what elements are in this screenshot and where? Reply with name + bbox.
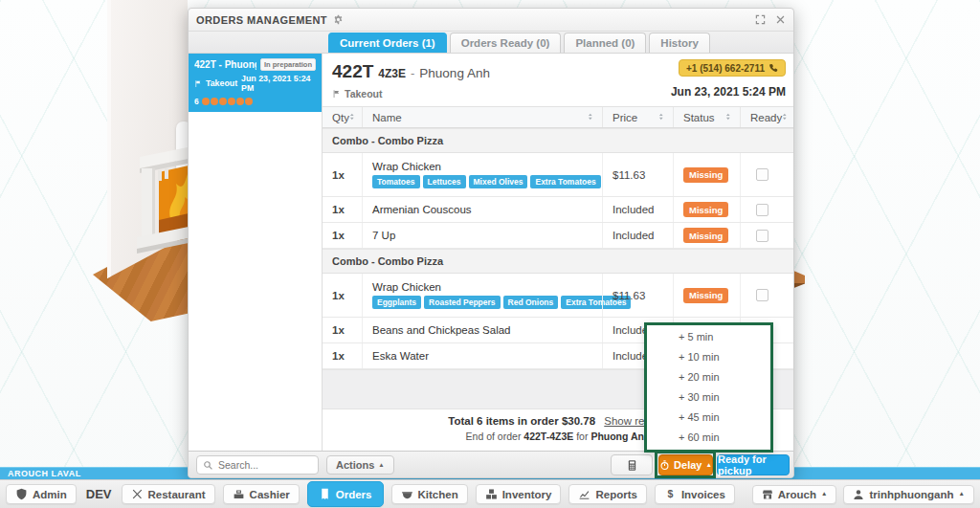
- progress-dot: [245, 98, 253, 105]
- delay-option-30-min[interactable]: + 30 min: [647, 387, 770, 408]
- window-titlebar: ORDERS MANAGEMENT: [189, 9, 793, 32]
- ready-checkbox[interactable]: [756, 168, 768, 181]
- delay-label: Delay: [674, 459, 702, 471]
- for-word: for: [576, 431, 588, 442]
- column-header-price[interactable]: Price: [602, 107, 673, 127]
- ingredient-tag: Extra Tomatoes: [530, 175, 600, 188]
- taskbar-user-area: Arouch▲trinhphuonganh▲: [752, 485, 974, 504]
- takeout-flag-icon: [194, 79, 202, 88]
- order-list-panel: 422T - Phuong ... In preparation Takeout…: [189, 54, 323, 451]
- item-name: Beans and Chickpeas Salad: [372, 324, 594, 336]
- taskbar-item-label: Inventory: [502, 489, 552, 500]
- user-icon: [853, 489, 864, 500]
- item-tags: TomatoesLettucesMixed OlivesExtra Tomato…: [372, 175, 594, 188]
- table-row: 1xArmenian CouscousIncludedMissing: [323, 197, 793, 223]
- window-footer: Actions ▲ Delay ▲ Ready for pickup: [189, 451, 793, 477]
- expand-icon[interactable]: [755, 14, 766, 25]
- column-label: Name: [372, 112, 402, 123]
- ready-checkbox[interactable]: [756, 289, 768, 301]
- taskbar-item-trinhphuonganh[interactable]: trinhphuonganh▲: [843, 485, 974, 504]
- order-ref: 4Z3E: [378, 67, 406, 80]
- ingredient-tag: Mixed Olives: [469, 175, 528, 188]
- delay-option-10-min[interactable]: + 10 min: [647, 347, 770, 367]
- sort-icon[interactable]: [725, 113, 734, 121]
- column-header-ready[interactable]: Ready: [740, 107, 793, 127]
- progress-dot: [236, 98, 244, 105]
- close-icon[interactable]: [775, 14, 786, 25]
- store-icon: [762, 489, 773, 500]
- order-item-count: 6: [194, 97, 199, 106]
- table-header-row: QtyNamePriceStatusReady: [323, 107, 793, 128]
- taskbar-item-label: Admin: [33, 489, 67, 500]
- column-header-status[interactable]: Status: [673, 107, 740, 127]
- taskbar-item-inventory[interactable]: Inventory: [476, 484, 562, 504]
- qty-cell: 1x: [323, 318, 362, 342]
- settings-gear-icon[interactable]: [333, 14, 344, 25]
- taskbar-item-orders[interactable]: Orders: [307, 481, 384, 507]
- tab-orders-ready-0[interactable]: Orders Ready (0): [450, 33, 562, 53]
- taskbar-apps: AdminDEVRestaurantCashierOrdersKitchenIn…: [6, 481, 735, 507]
- order-progress-dots: [201, 98, 253, 105]
- phone-number: +1 (514) 662-2711: [686, 63, 765, 74]
- column-header-qty[interactable]: Qty: [323, 107, 362, 127]
- receipt-icon: [319, 488, 331, 500]
- qty-cell: 1x: [323, 197, 362, 222]
- delay-option-20-min[interactable]: + 20 min: [647, 367, 770, 387]
- tab-history[interactable]: History: [649, 33, 710, 53]
- order-list-item[interactable]: 422T - Phuong ... In preparation Takeout…: [189, 54, 322, 112]
- chart-icon: [578, 488, 590, 500]
- name-cell: Eska Water: [362, 343, 602, 368]
- ready-cell: [740, 153, 793, 196]
- utensils-icon: [131, 488, 144, 500]
- delay-option-60-min[interactable]: + 60 min: [647, 428, 770, 448]
- table-row: 1x7 UpIncludedMissing: [323, 223, 793, 249]
- end-customer-name: Phuong Anh: [590, 431, 650, 442]
- price-cell: $11.63: [602, 274, 673, 317]
- ready-cell: [740, 197, 793, 222]
- calculator-button[interactable]: [611, 454, 653, 475]
- tab-planned-0[interactable]: Planned (0): [564, 33, 646, 53]
- calculator-icon: [626, 459, 638, 472]
- taskbar-item-dev[interactable]: DEV: [84, 484, 114, 504]
- progress-dot: [202, 98, 210, 105]
- tab-current-orders-1[interactable]: Current Orders (1): [328, 33, 447, 53]
- column-header-name[interactable]: Name: [362, 107, 602, 127]
- total-amount: $30.78: [562, 415, 595, 427]
- taskbar-item-invoices[interactable]: $Invoices: [655, 484, 735, 504]
- search-input[interactable]: [218, 459, 312, 471]
- ready-for-pickup-button[interactable]: Ready for pickup: [717, 454, 790, 475]
- taskbar-item-label: Reports: [595, 489, 636, 500]
- phone-badge[interactable]: +1 (514) 662-2711: [679, 59, 786, 77]
- qty-cell: 1x: [323, 153, 362, 196]
- qty-cell: 1x: [323, 343, 362, 368]
- price-cell: Included: [602, 223, 673, 248]
- order-header: 422T 4Z3E - Phuong Anh Takeout +1 (514) …: [323, 54, 793, 107]
- ready-checkbox[interactable]: [756, 230, 768, 242]
- taskbar-item-restaurant[interactable]: Restaurant: [122, 484, 215, 504]
- ingredient-tag: Tomatoes: [372, 175, 420, 188]
- delay-option-5-min[interactable]: + 5 min: [647, 327, 770, 347]
- table-row: 1xWrap ChickenEggplantsRoasted PeppersRe…: [323, 274, 793, 318]
- taskbar-item-cashier[interactable]: Cashier: [223, 484, 300, 504]
- location-label: AROUCH LAVAL: [8, 469, 81, 478]
- taskbar-item-reports[interactable]: Reports: [568, 484, 646, 504]
- sort-icon[interactable]: [588, 113, 596, 121]
- end-order-code: 422T-4Z3E: [523, 431, 573, 442]
- name-cell: Wrap ChickenEggplantsRoasted PeppersRed …: [362, 274, 602, 317]
- ready-checkbox[interactable]: [756, 204, 768, 216]
- delay-button[interactable]: Delay ▲: [658, 454, 713, 475]
- actions-button[interactable]: Actions ▲: [326, 455, 394, 475]
- search-box: [196, 455, 319, 475]
- boxes-icon: [485, 488, 498, 500]
- taskbar-item-admin[interactable]: Admin: [6, 484, 77, 504]
- progress-dot: [228, 98, 235, 105]
- sort-icon[interactable]: [782, 113, 791, 121]
- sort-icon[interactable]: [349, 113, 358, 121]
- taskbar-item-arouch[interactable]: Arouch▲: [752, 485, 837, 504]
- taskbar: AdminDEVRestaurantCashierOrdersKitchenIn…: [0, 479, 980, 508]
- caret-up-icon: ▲: [378, 462, 384, 469]
- taskbar-item-kitchen[interactable]: Kitchen: [391, 484, 468, 504]
- delay-option-45-min[interactable]: + 45 min: [647, 408, 770, 428]
- sort-icon[interactable]: [658, 113, 667, 121]
- order-code: 422T: [332, 61, 373, 82]
